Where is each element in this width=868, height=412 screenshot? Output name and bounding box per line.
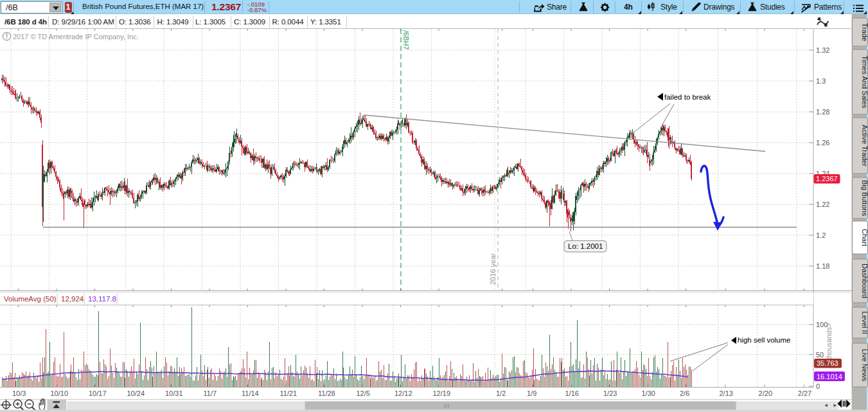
- svg-text:1.28: 1.28: [816, 108, 829, 116]
- svg-text:10/31: 10/31: [165, 390, 183, 397]
- svg-text:!: !: [6, 32, 8, 40]
- svg-text:11/7: 11/7: [204, 390, 217, 397]
- svg-text:0: 0: [816, 382, 820, 390]
- svg-text:1/9: 1/9: [527, 390, 536, 397]
- svg-text:Level II: Level II: [861, 311, 868, 334]
- svg-text:Times And Sales: Times And Sales: [861, 55, 868, 109]
- svg-text:/6BH7: /6BH7: [402, 30, 410, 50]
- svg-text:Trade: Trade: [861, 23, 868, 41]
- svg-text:16.1014: 16.1014: [817, 373, 842, 381]
- svg-text:12/12: 12/12: [394, 390, 412, 397]
- svg-text:Live News: Live News: [861, 349, 868, 382]
- svg-text:2/13: 2/13: [720, 390, 733, 397]
- svg-text:2016 year: 2016 year: [489, 253, 497, 285]
- svg-text:1.22: 1.22: [816, 201, 829, 208]
- svg-text:Dashboard: Dashboard: [861, 264, 868, 298]
- svg-text:10/10: 10/10: [51, 390, 69, 397]
- svg-text:10/17: 10/17: [89, 390, 107, 397]
- svg-text:2/6: 2/6: [680, 390, 689, 397]
- svg-text:1/16: 1/16: [565, 390, 579, 397]
- svg-text:1.2367: 1.2367: [816, 175, 838, 183]
- svg-text:10/24: 10/24: [127, 390, 145, 397]
- svg-text:1.18: 1.18: [816, 262, 829, 270]
- svg-text:Chart: Chart: [861, 229, 868, 246]
- svg-text:11/28: 11/28: [318, 390, 335, 397]
- svg-text:11/21: 11/21: [280, 390, 297, 397]
- svg-text:2/20: 2/20: [759, 390, 772, 397]
- svg-text:12/19: 12/19: [433, 390, 451, 397]
- svg-text:high sell volume: high sell volume: [738, 336, 790, 344]
- svg-text:failed to break: failed to break: [664, 93, 711, 101]
- svg-text:1/30: 1/30: [642, 390, 655, 397]
- svg-text:50: 50: [816, 351, 824, 359]
- svg-text:1.3: 1.3: [816, 77, 826, 85]
- svg-text:1/23: 1/23: [603, 390, 617, 397]
- svg-text:1.32: 1.32: [816, 46, 829, 54]
- svg-text:13,117.8: 13,117.8: [88, 295, 116, 303]
- svg-text:Big Buttons: Big Buttons: [861, 180, 868, 217]
- svg-text:10/3: 10/3: [12, 390, 26, 397]
- svg-text:11/14: 11/14: [242, 390, 259, 397]
- svg-text:<thousands>: <thousands>: [825, 323, 833, 364]
- svg-text:2/27: 2/27: [798, 390, 811, 397]
- svg-text:1.26: 1.26: [816, 139, 829, 147]
- svg-text:1/2: 1/2: [496, 390, 506, 397]
- svg-text:12,924: 12,924: [61, 295, 84, 303]
- svg-text:VolumeAvg (50): VolumeAvg (50): [4, 295, 57, 303]
- svg-text:2017 © TD Ameritrade IP Compan: 2017 © TD Ameritrade IP Company, Inc.: [13, 33, 139, 40]
- svg-text:Active Trader: Active Trader: [861, 125, 868, 166]
- svg-text:12/5: 12/5: [357, 390, 370, 397]
- svg-text:35.763: 35.763: [817, 359, 838, 367]
- svg-text:Lo: 1.2001: Lo: 1.2001: [568, 242, 603, 250]
- svg-text:1.2: 1.2: [816, 231, 826, 239]
